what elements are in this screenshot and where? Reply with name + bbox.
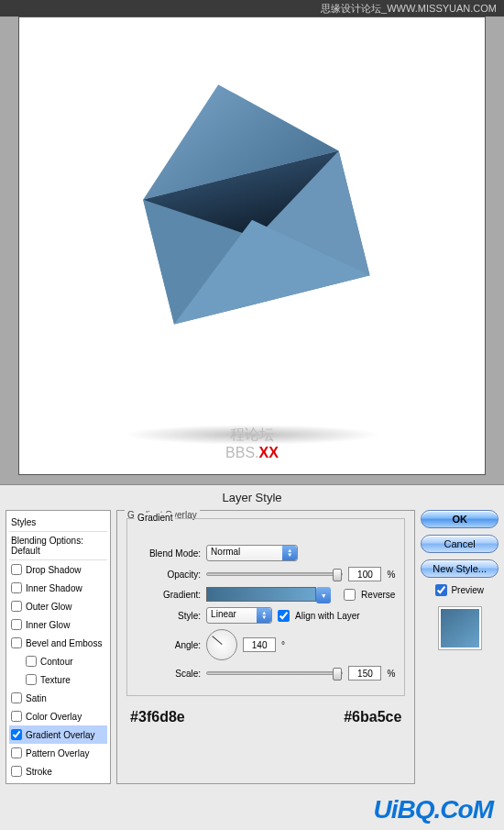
scale-slider[interactable] (206, 671, 343, 675)
document-canvas: 程论坛 BBS.XX (18, 17, 486, 475)
style-label: Style: (137, 611, 201, 621)
gradient-swatch[interactable]: ▼ (206, 587, 316, 602)
style-checkbox[interactable] (26, 656, 37, 667)
style-item-label: Satin (26, 693, 47, 703)
angle-unit: ° (281, 640, 285, 650)
style-item-outer-glow[interactable]: Outer Glow (9, 597, 107, 615)
style-item-inner-glow[interactable]: Inner Glow (9, 615, 107, 634)
align-label: Align with Layer (295, 611, 360, 621)
blend-mode-select[interactable]: Normal ▲▼ (206, 545, 298, 561)
style-item-bevel-and-emboss[interactable]: Bevel and Emboss (9, 634, 107, 652)
footer-brand: UiBQ.CoM (374, 795, 493, 824)
gradient-subgroup: Gradient Blend Mode: Normal ▲▼ Opacity: … (126, 518, 405, 696)
opacity-unit: % (387, 570, 395, 580)
style-item-satin[interactable]: Satin (9, 689, 107, 707)
style-item-label: Contour (40, 657, 73, 667)
dropdown-arrows-icon[interactable]: ▼ (316, 587, 331, 603)
reverse-checkbox[interactable] (344, 589, 356, 601)
cancel-button[interactable]: Cancel (421, 535, 499, 553)
canvas-watermark: 程论坛 BBS.XX (19, 426, 485, 461)
style-item-label: Stroke (26, 767, 52, 777)
color-code-2: #6ba5ce (344, 709, 401, 725)
style-item-gradient-overlay[interactable]: Gradient Overlay (9, 725, 107, 744)
opacity-input[interactable] (348, 567, 381, 581)
gradient-style-select[interactable]: Linear ▲▼ (206, 607, 272, 624)
style-item-label: Bevel and Emboss (26, 638, 102, 648)
ok-button[interactable]: OK (421, 510, 499, 528)
angle-dial[interactable] (206, 629, 237, 660)
subgroup-label: Gradient (135, 513, 175, 523)
layer-style-dialog: Layer Style Styles Blending Options: Def… (0, 484, 504, 830)
style-checkbox[interactable] (11, 601, 22, 612)
blending-options-header[interactable]: Blending Options: Default (9, 532, 107, 560)
style-item-label: Gradient Overlay (26, 730, 95, 740)
opacity-slider[interactable] (206, 572, 343, 576)
style-checkbox[interactable] (11, 766, 22, 777)
style-checkbox[interactable] (11, 582, 22, 593)
angle-input[interactable] (243, 637, 276, 652)
style-item-label: Inner Shadow (26, 583, 82, 593)
preview-label: Preview (451, 585, 484, 595)
opacity-label: Opacity: (137, 570, 201, 580)
scale-input[interactable] (348, 666, 381, 681)
style-item-label: Pattern Overlay (26, 748, 89, 758)
style-item-texture[interactable]: Texture (9, 670, 107, 689)
dropdown-arrows-icon: ▲▼ (282, 546, 297, 560)
dialog-title: Layer Style (0, 485, 504, 508)
style-checkbox[interactable] (11, 619, 22, 630)
style-checkbox[interactable] (11, 637, 22, 648)
color-code-1: #3f6d8e (130, 709, 185, 725)
style-checkbox[interactable] (26, 674, 37, 685)
blend-mode-label: Blend Mode: (137, 548, 201, 559)
gradient-color-codes: #3f6d8e #6ba5ce (126, 709, 405, 725)
style-item-stroke[interactable]: Stroke (9, 762, 107, 780)
source-watermark-text: 思缘设计论坛_WWW.MISSYUAN.COM (321, 3, 497, 14)
style-item-contour[interactable]: Contour (9, 652, 107, 670)
style-item-pattern-overlay[interactable]: Pattern Overlay (9, 744, 107, 762)
style-checkbox[interactable] (11, 729, 22, 740)
new-style-button[interactable]: New Style... (421, 559, 499, 578)
scale-label: Scale: (137, 669, 201, 679)
style-item-label: Inner Glow (26, 620, 70, 630)
canvas-background: 程论坛 BBS.XX (0, 17, 504, 484)
style-item-color-overlay[interactable]: Color Overlay (9, 707, 107, 725)
gradient-overlay-panel: Gradient Overlay Gradient Blend Mode: No… (116, 510, 415, 784)
dialog-buttons-column: OK Cancel New Style... Preview (421, 510, 499, 784)
style-item-label: Drop Shadow (26, 565, 82, 575)
style-item-drop-shadow[interactable]: Drop Shadow (9, 560, 107, 579)
gradient-label: Gradient: (137, 590, 201, 600)
source-watermark-bar: 思缘设计论坛_WWW.MISSYUAN.COM (0, 0, 504, 17)
style-item-inner-shadow[interactable]: Inner Shadow (9, 579, 107, 597)
style-checkbox[interactable] (11, 711, 22, 722)
style-checkbox[interactable] (11, 692, 22, 703)
style-item-label: Outer Glow (26, 602, 72, 612)
dropdown-arrows-icon: ▲▼ (257, 608, 271, 623)
style-checkbox[interactable] (11, 747, 22, 758)
style-item-label: Color Overlay (26, 712, 82, 722)
styles-list: Styles Blending Options: Default Drop Sh… (5, 510, 111, 784)
align-with-layer-checkbox[interactable] (278, 610, 290, 622)
preview-checkbox[interactable] (435, 584, 447, 596)
preview-swatch (438, 606, 482, 650)
scale-unit: % (387, 669, 395, 679)
envelope-icon (96, 64, 408, 378)
angle-label: Angle: (137, 640, 201, 650)
style-checkbox[interactable] (11, 564, 22, 575)
styles-header[interactable]: Styles (9, 514, 107, 532)
style-item-label: Texture (40, 675, 71, 685)
reverse-label: Reverse (361, 590, 395, 600)
